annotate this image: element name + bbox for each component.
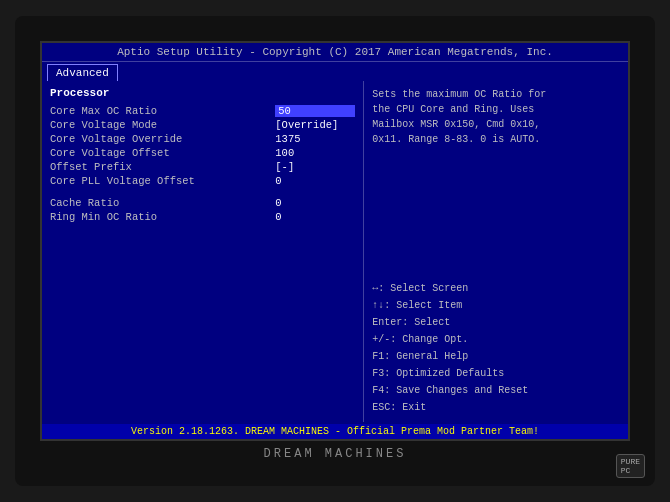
logo-badge: PURE PC [616, 454, 645, 478]
table-row: Core Max OC Ratio 50 [50, 105, 355, 117]
table-row: Offset Prefix [-] [50, 161, 355, 173]
label-offset-prefix: Offset Prefix [50, 161, 132, 173]
value-offset-prefix[interactable]: [-] [275, 161, 355, 173]
section-processor: Processor [50, 87, 355, 99]
label-voltage-mode: Core Voltage Mode [50, 119, 157, 131]
footer-text: Version 2.18.1263. DREAM MACHINES - Offi… [131, 426, 539, 437]
key-help-row: F1: General Help [372, 348, 620, 365]
key-help-row: ESC: Exit [372, 399, 620, 416]
label-voltage-offset: Core Voltage Offset [50, 147, 170, 159]
footer-bar: Version 2.18.1263. DREAM MACHINES - Offi… [42, 424, 628, 439]
value-core-max-oc[interactable]: 50 [275, 105, 355, 117]
left-panel: Processor Core Max OC Ratio 50 Core Volt… [42, 81, 364, 422]
value-voltage-offset[interactable]: 100 [275, 147, 355, 159]
key-help-row: F3: Optimized Defaults [372, 365, 620, 382]
monitor-outer: Aptio Setup Utility - Copyright (C) 2017… [15, 16, 655, 486]
key-help-row: ↔: Select Screen [372, 280, 620, 297]
key-help-row: ↑↓: Select Item [372, 297, 620, 314]
bios-header: Aptio Setup Utility - Copyright (C) 2017… [42, 43, 628, 62]
table-row: Core Voltage Mode [Override] [50, 119, 355, 131]
table-row: Core Voltage Offset 100 [50, 147, 355, 159]
bios-tabs: Advanced [42, 62, 628, 81]
key-help-row: Enter: Select [372, 314, 620, 331]
table-row: Core PLL Voltage Offset 0 [50, 175, 355, 187]
label-voltage-override: Core Voltage Override [50, 133, 182, 145]
right-panel: Sets the maximum OC Ratio for the CPU Co… [364, 81, 628, 422]
key-help-row: F4: Save Changes and Reset [372, 382, 620, 399]
help-description: Sets the maximum OC Ratio for the CPU Co… [372, 87, 620, 270]
label-core-max-oc: Core Max OC Ratio [50, 105, 157, 117]
table-row: Ring Min OC Ratio 0 [50, 211, 355, 223]
bios-screen: Aptio Setup Utility - Copyright (C) 2017… [40, 41, 630, 441]
value-ring-min[interactable]: 0 [275, 211, 355, 223]
label-ring-min: Ring Min OC Ratio [50, 211, 157, 223]
table-row: Cache Ratio 0 [50, 197, 355, 209]
key-help-row: +/-: Change Opt. [372, 331, 620, 348]
header-title: Aptio Setup Utility - Copyright (C) 2017… [117, 46, 553, 58]
label-cache-ratio: Cache Ratio [50, 197, 119, 209]
value-cache-ratio[interactable]: 0 [275, 197, 355, 209]
bios-body: Processor Core Max OC Ratio 50 Core Volt… [42, 81, 628, 422]
value-voltage-override[interactable]: 1375 [275, 133, 355, 145]
label-pll-offset: Core PLL Voltage Offset [50, 175, 195, 187]
key-help-section: ↔: Select Screen ↑↓: Select Item Enter: … [372, 280, 620, 416]
table-row: Core Voltage Override 1375 [50, 133, 355, 145]
tab-advanced[interactable]: Advanced [47, 64, 118, 81]
value-voltage-mode[interactable]: [Override] [275, 119, 355, 131]
value-pll-offset[interactable]: 0 [275, 175, 355, 187]
monitor-label: DREAM MACHINES [264, 447, 407, 461]
